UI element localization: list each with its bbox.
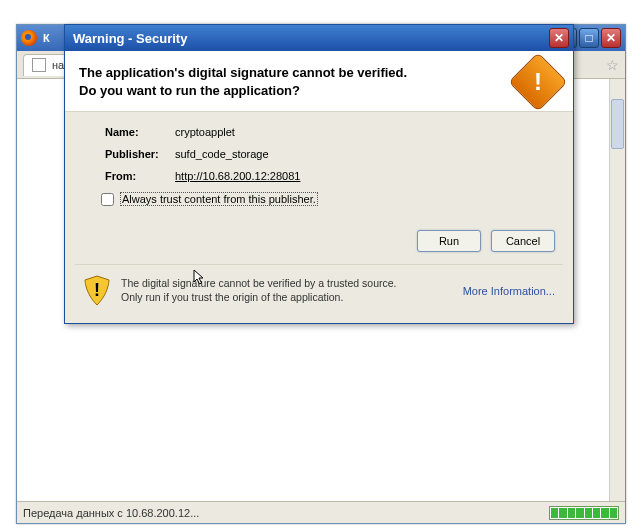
always-trust-row: Always trust content from this publisher…	[101, 192, 555, 206]
dialog-heading: The application's digital signature cann…	[79, 64, 407, 99]
dialog-body: Name: cryptoapplet Publisher: sufd_code_…	[65, 112, 573, 216]
page-icon	[32, 58, 46, 72]
dialog-titlebar[interactable]: Warning - Security ✕	[65, 25, 573, 51]
browser-statusbar: Передача данных с 10.68.200.12...	[17, 501, 625, 523]
shield-icon: !	[83, 275, 111, 307]
firefox-icon	[21, 30, 37, 46]
scrollbar-thumb[interactable]	[611, 99, 624, 149]
row-name: Name: cryptoapplet	[105, 126, 555, 138]
always-trust-label[interactable]: Always trust content from this publisher…	[120, 192, 318, 206]
value-publisher: sufd_code_storage	[175, 148, 269, 160]
vertical-scrollbar[interactable]	[609, 79, 625, 501]
status-text: Передача данных с 10.68.200.12...	[23, 507, 199, 519]
svg-text:!: !	[94, 280, 100, 300]
heading-line-1: The application's digital signature cann…	[79, 64, 407, 82]
always-trust-checkbox[interactable]	[101, 193, 114, 206]
footer-text: The digital signature cannot be verified…	[121, 277, 411, 304]
browser-close-button[interactable]: ✕	[601, 28, 621, 48]
row-from: From: http://10.68.200.12:28081	[105, 170, 555, 182]
label-name: Name:	[105, 126, 175, 138]
label-publisher: Publisher:	[105, 148, 175, 160]
security-warning-dialog: Warning - Security ✕ The application's d…	[64, 24, 574, 324]
dialog-footer: ! The digital signature cannot be verifi…	[75, 264, 563, 313]
value-name: cryptoapplet	[175, 126, 235, 138]
cancel-button[interactable]: Cancel	[491, 230, 555, 252]
label-from: From:	[105, 170, 175, 182]
more-information-link[interactable]: More Information...	[463, 285, 555, 297]
dialog-close-button[interactable]: ✕	[549, 28, 569, 48]
bookmark-star-icon[interactable]: ☆	[606, 57, 619, 73]
heading-line-2: Do you want to run the application?	[79, 82, 407, 100]
value-from[interactable]: http://10.68.200.12:28081	[175, 170, 300, 182]
browser-title: К	[43, 32, 50, 44]
dialog-title: Warning - Security	[73, 31, 187, 46]
row-publisher: Publisher: sufd_code_storage	[105, 148, 555, 160]
warning-icon: !	[508, 52, 567, 111]
dialog-button-row: Run Cancel	[65, 216, 573, 260]
run-button[interactable]: Run	[417, 230, 481, 252]
dialog-header: The application's digital signature cann…	[65, 51, 573, 112]
progress-indicator	[549, 506, 619, 520]
browser-maximize-button[interactable]: □	[579, 28, 599, 48]
